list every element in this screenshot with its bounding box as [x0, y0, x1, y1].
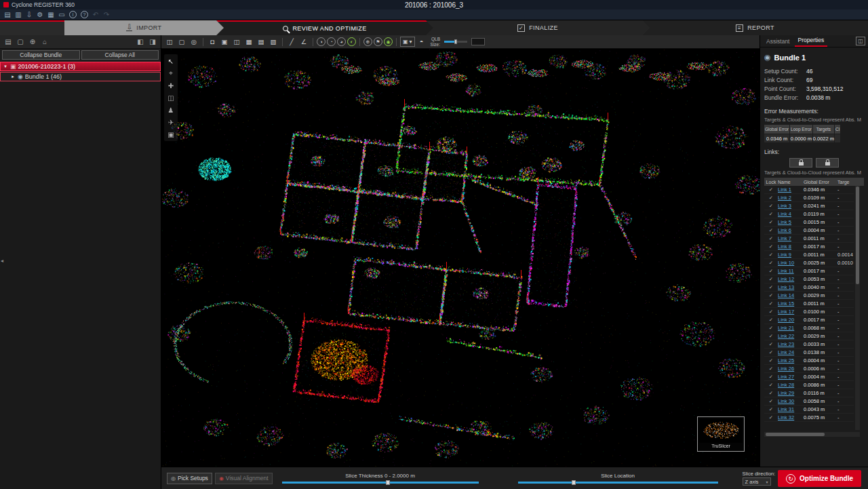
error-measure-header[interactable]: Global Error — [764, 125, 789, 134]
link-row[interactable]: ✓ Link 20 0.0017 m - — [764, 316, 854, 324]
annotate-pen-icon[interactable]: ╱ — [286, 37, 297, 47]
link-name-link[interactable]: Link 15 — [778, 300, 804, 307]
link-lock-check-icon[interactable]: ✓ — [764, 325, 778, 331]
link-row[interactable]: ✓ Link 8 0.0017 m - — [764, 243, 854, 251]
sites-tab-icon[interactable]: ⌂ — [39, 37, 50, 47]
link-row[interactable]: ✓ Link 15 0.0011 m - — [764, 300, 854, 308]
slice-thickness-thumb[interactable] — [386, 480, 390, 485]
links-horizontal-scrollbar-thumb[interactable] — [766, 433, 825, 436]
link-name-link[interactable]: Link 20 — [778, 317, 804, 323]
unlock-all-button[interactable] — [816, 158, 839, 168]
tree-item-bundle[interactable]: ▸ ◉ Bundle 1 (46) — [0, 72, 161, 81]
pano-view-icon[interactable]: ◓ — [416, 37, 427, 47]
link-row[interactable]: ✓ Link 12 0.0053 m - — [764, 275, 854, 283]
link-row[interactable]: ✓ Link 9 0.0011 m 0.0014 — [764, 251, 854, 259]
link-name-link[interactable]: Link 21 — [778, 325, 804, 331]
link-name-link[interactable]: Link 30 — [778, 398, 804, 404]
links-vertical-scrollbar-thumb[interactable] — [856, 187, 859, 284]
error-measure-header[interactable]: Loop Error — [790, 125, 812, 134]
filmstrip-icon[interactable]: ▤ — [256, 37, 267, 47]
link-row[interactable]: ✓ Link 25 0.0004 m - — [764, 357, 854, 365]
pan-tool-icon[interactable]: ✚ — [165, 80, 176, 91]
fly-tool-icon[interactable]: ✈ — [165, 117, 176, 128]
walk-tool-icon[interactable]: ♟ — [165, 104, 176, 115]
project-list-tab-icon[interactable]: ▤ — [3, 37, 14, 47]
link-lock-check-icon[interactable]: ✓ — [764, 195, 778, 201]
grid-icon[interactable]: ▦ — [243, 37, 254, 47]
link-lock-check-icon[interactable]: ✓ — [764, 243, 778, 250]
link-name-link[interactable]: Link 11 — [778, 268, 804, 274]
link-row[interactable]: ✓ Link 28 0.0086 m - — [764, 381, 854, 389]
link-row[interactable]: ✓ Link 23 0.0033 m - — [764, 340, 854, 349]
caret-right-icon[interactable]: ▸ — [10, 74, 16, 79]
help-icon[interactable]: ? — [81, 11, 88, 18]
color-by-station-icon[interactable]: ◐ — [347, 37, 356, 46]
truslicer-widget[interactable]: TruSlicer — [697, 416, 745, 452]
link-name-link[interactable]: Link 5 — [778, 219, 804, 225]
link-row[interactable]: ✓ Link 4 0.0119 m - — [764, 210, 854, 218]
link-row[interactable]: ✓ Link 32 0.0075 m - — [764, 414, 854, 422]
view-layout-icon[interactable]: ◫ — [164, 37, 175, 47]
link-row[interactable]: ✓ Link 5 0.0015 m - — [764, 218, 854, 227]
view-selector-dropdown[interactable]: ▣ ▾ — [400, 37, 415, 47]
link-row[interactable]: ✓ Link 13 0.0040 m - — [764, 283, 854, 292]
link-name-link[interactable]: Link 14 — [778, 292, 804, 298]
column-header-lock[interactable]: Lock — [764, 180, 778, 184]
collapse-bundle-button[interactable]: Collapse Bundle — [2, 50, 80, 60]
link-name-link[interactable]: Link 31 — [778, 406, 804, 412]
link-row[interactable]: ✓ Link 29 0.0116 m - — [764, 389, 854, 397]
caret-down-icon[interactable]: ▾ — [3, 64, 8, 69]
column-header-global-error[interactable]: Global Error — [804, 180, 837, 184]
truslicer-minimap-canvas[interactable] — [699, 418, 743, 443]
link-row[interactable]: ✓ Link 1 0.0346 m - — [764, 186, 854, 194]
link-name-link[interactable]: Link 32 — [778, 414, 804, 420]
link-name-link[interactable]: Link 23 — [778, 341, 804, 347]
link-lock-check-icon[interactable]: ✓ — [764, 187, 778, 193]
link-name-link[interactable]: Link 17 — [778, 309, 804, 315]
left-panel-collapse-handle[interactable]: ◂ — [1, 258, 3, 264]
link-row[interactable]: ✓ Link 14 0.0029 m - — [764, 292, 854, 300]
link-lock-check-icon[interactable]: ✓ — [764, 309, 778, 315]
link-name-link[interactable]: Link 7 — [778, 235, 804, 241]
link-lock-check-icon[interactable]: ✓ — [764, 317, 778, 323]
link-row[interactable]: ✓ Link 22 0.0029 m - — [764, 332, 854, 340]
pick-tool-icon[interactable]: ⌖ — [165, 68, 176, 79]
link-lock-check-icon[interactable]: ✓ — [764, 292, 778, 298]
link-name-link[interactable]: Link 27 — [778, 374, 804, 380]
slice-location-slider[interactable] — [518, 482, 718, 484]
link-name-link[interactable]: Link 10 — [778, 260, 804, 266]
tree-item-project[interactable]: ▾ ▣ 201006-210223-1 (3) — [0, 62, 161, 71]
link-lock-check-icon[interactable]: ✓ — [764, 341, 778, 347]
link-lock-check-icon[interactable]: ✓ — [764, 252, 778, 258]
link-lock-check-icon[interactable]: ✓ — [764, 357, 778, 364]
info-icon[interactable]: i — [69, 11, 77, 18]
link-name-link[interactable]: Link 26 — [778, 366, 804, 372]
geo-tab-icon[interactable]: ⊕ — [27, 37, 38, 47]
import-icon[interactable]: ⇩ — [24, 10, 35, 20]
qlb-slider-thumb[interactable] — [454, 39, 457, 44]
link-name-link[interactable]: Link 25 — [778, 357, 804, 364]
link-lock-check-icon[interactable]: ✓ — [764, 414, 778, 420]
link-name-link[interactable]: Link 22 — [778, 333, 804, 339]
link-lock-check-icon[interactable]: ✓ — [764, 260, 778, 266]
undo-icon[interactable]: ↶ — [90, 10, 101, 20]
link-lock-check-icon[interactable]: ✓ — [764, 211, 778, 217]
link-name-link[interactable]: Link 12 — [778, 276, 804, 282]
snapshot-icon[interactable]: ▣ — [219, 37, 230, 47]
link-lock-check-icon[interactable]: ✓ — [764, 219, 778, 225]
link-row[interactable]: ✓ Link 31 0.0043 m - — [764, 406, 854, 414]
color-by-intensity-icon[interactable]: ◔ — [327, 37, 336, 46]
slice-location-thumb[interactable] — [572, 480, 576, 485]
visual-alignment-button[interactable]: ◉ Visual Alignment — [215, 473, 273, 484]
links-vertical-scrollbar[interactable] — [855, 186, 860, 430]
workflow-step-import[interactable]: ⇩ IMPORT — [64, 20, 224, 35]
tab-assistant[interactable]: Assistant — [763, 36, 793, 47]
measure-icon[interactable]: ∠ — [298, 37, 309, 47]
clipboard-tab-icon[interactable]: ▢ — [15, 37, 26, 47]
panel-layout-icon[interactable]: ◫ — [856, 37, 865, 45]
show-labels-icon[interactable]: ⚑ — [374, 37, 382, 46]
column-header-target[interactable]: Targe — [837, 180, 854, 184]
settings-gear-icon[interactable]: ⚙ — [35, 10, 45, 20]
link-row[interactable]: ✓ Link 10 0.0025 m 0.0010 — [764, 259, 854, 267]
panel-page-right-icon[interactable]: ◨ — [147, 37, 158, 47]
